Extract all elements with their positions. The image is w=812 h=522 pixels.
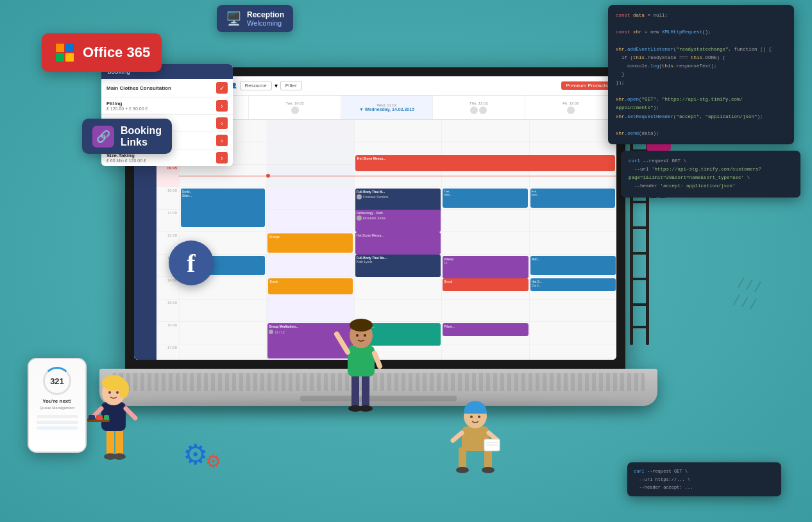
time-label: 10:00 bbox=[156, 187, 179, 209]
booking-links-line2: Links bbox=[121, 137, 162, 148]
svg-rect-4 bbox=[65, 53, 74, 62]
svg-line-27 bbox=[375, 353, 380, 366]
svg-point-46 bbox=[456, 467, 469, 473]
reception-line1: Reception bbox=[247, 10, 284, 19]
facebook-button[interactable]: f bbox=[169, 240, 214, 285]
booking-links-icon: 🔗 bbox=[92, 126, 114, 147]
resource-button[interactable]: Resource bbox=[240, 81, 272, 90]
current-event: Hot Stone Messa... bbox=[355, 155, 615, 171]
code-block-top: const data = null; const xhr = new XMLHt… bbox=[608, 5, 794, 144]
svg-rect-5 bbox=[106, 428, 114, 457]
svg-rect-14 bbox=[96, 415, 103, 420]
hour-row-12: 12:00 Orange bbox=[156, 232, 616, 255]
svg-rect-25 bbox=[348, 346, 375, 376]
day-header-2: Wed, 11.02 ▼ Wednesday, 14.02.2015 bbox=[341, 96, 432, 119]
premium-button[interactable]: Premium Products bbox=[561, 81, 613, 90]
svg-point-19 bbox=[108, 391, 111, 394]
character-man-center bbox=[334, 289, 388, 414]
day-header-4: Fri, 13.02 bbox=[525, 96, 616, 119]
office365-label: Office 365 bbox=[83, 44, 150, 61]
phone-queue-circle: 321 bbox=[43, 367, 71, 395]
svg-rect-3 bbox=[56, 53, 64, 62]
booking-item-fitting[interactable]: Fitting £ 120.00 + £ 80.00 £ › bbox=[101, 97, 233, 115]
time-label: 16:00 bbox=[156, 322, 179, 344]
svg-line-11 bbox=[126, 408, 135, 418]
booking-links-line1: Booking bbox=[121, 125, 162, 137]
hour-row-9: 09:45 Hot Stone Messa... bbox=[156, 165, 616, 187]
character-woman-left bbox=[82, 351, 143, 463]
svg-rect-15 bbox=[104, 415, 109, 420]
day-header-1: Tue, 10.02 bbox=[248, 96, 340, 119]
booking-links-badge[interactable]: 🔗 Booking Links bbox=[82, 119, 172, 154]
booking-item-main-clothes[interactable]: Main Clothes Consultation ✓ bbox=[101, 79, 233, 97]
time-label: 17:00 bbox=[156, 344, 179, 360]
gear-large-icon: ⚙ bbox=[183, 438, 208, 471]
svg-point-31 bbox=[364, 334, 366, 337]
svg-point-18 bbox=[119, 380, 129, 398]
monitor-icon: 🖥️ bbox=[226, 11, 242, 26]
svg-point-29 bbox=[350, 319, 373, 332]
svg-rect-13 bbox=[89, 415, 95, 420]
hour-row-10: 10:00 Refle... Silen... bbox=[156, 187, 616, 210]
svg-rect-6 bbox=[115, 428, 123, 457]
filter-button[interactable]: Filter bbox=[280, 81, 302, 90]
svg-point-30 bbox=[356, 334, 359, 337]
gears-decoration: ⚙ ⚙ bbox=[183, 438, 221, 472]
gear-small-icon: ⚙ bbox=[205, 451, 221, 472]
time-label: 15:00 bbox=[156, 299, 179, 321]
svg-rect-22 bbox=[362, 373, 369, 408]
time-label: 14:00 bbox=[156, 277, 179, 299]
reception-badge[interactable]: 🖥️ Reception Welcoming bbox=[217, 5, 293, 32]
office365-badge[interactable]: Office 365 bbox=[42, 33, 162, 72]
svg-line-26 bbox=[337, 334, 348, 352]
phone-widget: 321 You're next! Queue Management bbox=[28, 358, 87, 453]
svg-point-56 bbox=[478, 416, 480, 418]
svg-point-55 bbox=[470, 416, 473, 418]
code-block-bottom: curl --request GET \ --url https://... \… bbox=[627, 462, 781, 496]
day-header-3: Thu, 12.02 bbox=[432, 96, 524, 119]
phone-subtext: Queue Management bbox=[40, 406, 75, 410]
svg-point-8 bbox=[113, 453, 126, 460]
character-man-small bbox=[449, 389, 502, 474]
svg-point-24 bbox=[359, 405, 373, 412]
reception-line2: Welcoming bbox=[247, 19, 284, 27]
hour-row-13: 13:00 Refle... bbox=[156, 255, 616, 277]
office-logo-icon bbox=[53, 41, 76, 64]
svg-rect-2 bbox=[65, 44, 74, 52]
phone-youre-next: You're next! bbox=[42, 398, 71, 404]
time-label: 09:45 bbox=[156, 165, 179, 187]
code-block-mid: curl --request GET \ --url 'https://api-… bbox=[621, 151, 800, 198]
svg-rect-1 bbox=[56, 44, 64, 52]
svg-line-49 bbox=[453, 433, 462, 441]
svg-point-47 bbox=[482, 467, 495, 473]
svg-point-20 bbox=[116, 391, 119, 394]
filter-icon: ▾ bbox=[275, 82, 278, 89]
svg-rect-21 bbox=[351, 373, 359, 408]
time-label: 11:00 bbox=[156, 210, 179, 232]
